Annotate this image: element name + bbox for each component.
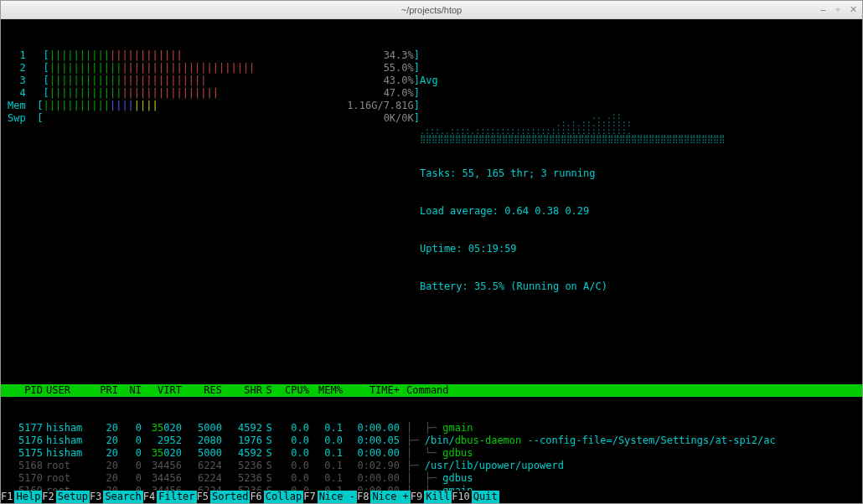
table-header[interactable]: PID USER PRI NI VIRT RES SHR S CPU% MEM%… (1, 384, 862, 397)
close-icon[interactable]: ✕ (847, 4, 859, 15)
fkey-f4[interactable]: F4Filter (143, 491, 197, 503)
cpu-meters: 1 [||||||||||||||||||||||34.3%] 2 [|||||… (8, 49, 420, 318)
col-pri[interactable]: PRI (90, 384, 118, 397)
col-mem[interactable]: MEM% (309, 384, 343, 397)
minimize-icon[interactable]: ‒ (817, 4, 829, 15)
mem-meter: Mem [|||||||||||||||||||1.16G/7.81G] (8, 100, 420, 112)
cpu-meter: 2 [||||||||||||||||||||||||||||||||||55.… (8, 62, 420, 75)
col-shr[interactable]: SHR (222, 384, 262, 397)
terminal-window: ~/projects/htop ‒ ▫ ✕ 1 [|||||||||||||||… (0, 0, 863, 504)
loadavg-line: Load average: 0.64 0.38 0.29 (420, 205, 855, 218)
battery-line: Battery: 35.5% (Running on A/C) (420, 280, 855, 293)
table-row[interactable]: 5177hisham2003502050004592S0.00.10:00.00… (8, 422, 855, 435)
table-row[interactable]: 5176hisham200295220801976S0.00.00:00.05├… (8, 435, 855, 447)
col-res[interactable]: RES (182, 384, 222, 397)
col-cpu[interactable]: CPU% (276, 384, 309, 397)
col-user[interactable]: USER (43, 384, 90, 397)
col-ni[interactable]: NI (118, 384, 142, 397)
fkey-f10[interactable]: F10Quit (452, 491, 499, 503)
system-info: Avg .. .:: .:.:.::.::::::: .:::..::::.::… (420, 49, 855, 318)
tasks-line: Tasks: 55, 165 thr; 3 running (420, 167, 855, 180)
cpu-meter: 3 [||||||||||||||||||||||||||43.0%] (8, 75, 420, 87)
col-time[interactable]: TIME+ (343, 384, 400, 397)
col-cmd[interactable]: Command (400, 384, 855, 397)
fkey-f2[interactable]: F2Setup (42, 491, 90, 503)
cpu-graph-icon: .. .:: .:.:.::.::::::: .:::..::::.::::::… (420, 112, 855, 142)
table-row[interactable]: 5168root2003445662245236S0.00.10:02.90├─… (8, 460, 855, 472)
col-virt[interactable]: VIRT (142, 384, 182, 397)
col-s[interactable]: S (262, 384, 276, 397)
function-keys: F1HelpF2SetupF3SearchF4FilterF5SortedF6C… (1, 491, 862, 503)
col-pid[interactable]: PID (8, 384, 43, 397)
maximize-icon[interactable]: ▫ (832, 4, 844, 15)
swp-meter: Swp [0K/0K] (8, 112, 420, 125)
table-row[interactable]: 5175hisham2003502050004592S0.00.10:00.00… (8, 447, 855, 460)
fkey-f6[interactable]: F6Collap (250, 491, 303, 503)
fkey-f8[interactable]: F8Nice + (357, 491, 411, 503)
cpu-meter: 4 [||||||||||||||||||||||||||||47.0%] (8, 87, 420, 100)
terminal-content: 1 [||||||||||||||||||||||34.3%] 2 [|||||… (1, 19, 862, 503)
titlebar[interactable]: ~/projects/htop ‒ ▫ ✕ (1, 1, 862, 19)
avg-label: Avg (420, 75, 855, 87)
fkey-f9[interactable]: F9Kill (411, 491, 452, 503)
table-row[interactable]: 5170root2003445662245236S0.00.10:00.00│ … (8, 472, 855, 485)
fkey-f5[interactable]: F5Sorted (197, 491, 251, 503)
window-title: ~/projects/htop (401, 5, 462, 15)
fkey-f7[interactable]: F7Nice - (303, 491, 357, 503)
process-table[interactable]: PID USER PRI NI VIRT RES SHR S CPU% MEM%… (8, 359, 855, 503)
uptime-line: Uptime: 05:19:59 (420, 243, 855, 255)
fkey-f3[interactable]: F3Search (90, 491, 143, 503)
cpu-meter: 1 [||||||||||||||||||||||34.3%] (8, 49, 420, 62)
fkey-f1[interactable]: F1Help (1, 491, 42, 503)
